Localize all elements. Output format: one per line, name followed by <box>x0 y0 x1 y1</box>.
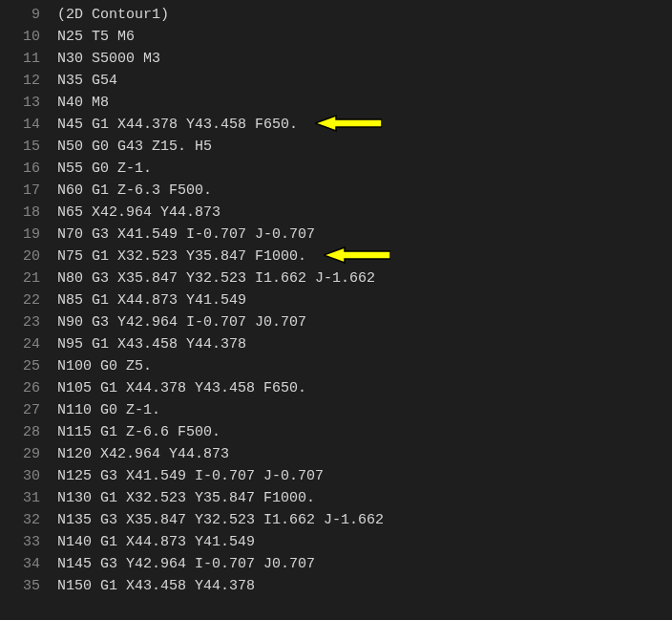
code-content: N115 G1 Z-6.6 F500. <box>57 424 220 440</box>
code-line[interactable]: 9(2D Contour1) <box>0 4 672 26</box>
code-line[interactable]: 10N25 T5 M6 <box>0 26 672 48</box>
line-number: 16 <box>0 158 57 180</box>
line-number: 17 <box>0 180 57 202</box>
line-number: 33 <box>0 531 57 553</box>
code-content: N50 G0 G43 Z15. H5 <box>57 139 212 155</box>
code-text[interactable]: (2D Contour1) <box>57 4 672 26</box>
line-number: 11 <box>0 48 57 70</box>
code-content: N45 G1 X44.378 Y43.458 F650. <box>57 117 298 133</box>
code-line[interactable]: 14N45 G1 X44.378 Y43.458 F650. <box>0 114 672 136</box>
code-text[interactable]: N55 G0 Z-1. <box>57 158 672 180</box>
line-number: 13 <box>0 92 57 114</box>
code-content: N40 M8 <box>57 95 109 111</box>
svg-marker-1 <box>324 247 390 263</box>
code-content: N35 G54 <box>57 73 117 89</box>
code-text[interactable]: N115 G1 Z-6.6 F500. <box>57 421 672 443</box>
code-content: N140 G1 X44.873 Y41.549 <box>57 534 255 550</box>
line-number: 30 <box>0 465 57 487</box>
code-line[interactable]: 24N95 G1 X43.458 Y44.378 <box>0 333 672 355</box>
code-text[interactable]: N60 G1 Z-6.3 F500. <box>57 180 672 202</box>
code-text[interactable]: N45 G1 X44.378 Y43.458 F650. <box>57 114 672 136</box>
code-line[interactable]: 13N40 M8 <box>0 92 672 114</box>
code-text[interactable]: N30 S5000 M3 <box>57 48 672 70</box>
code-content: N85 G1 X44.873 Y41.549 <box>57 292 246 309</box>
code-content: N110 G0 Z-1. <box>57 402 160 418</box>
line-number: 23 <box>0 311 57 333</box>
code-text[interactable]: N35 G54 <box>57 70 672 92</box>
code-line[interactable]: 31N130 G1 X32.523 Y35.847 F1000. <box>0 487 672 509</box>
code-line[interactable]: 12N35 G54 <box>0 70 672 92</box>
line-number: 15 <box>0 136 57 158</box>
code-line[interactable]: 17N60 G1 Z-6.3 F500. <box>0 180 672 202</box>
code-text[interactable]: N120 X42.964 Y44.873 <box>57 443 672 465</box>
code-text[interactable]: N145 G3 Y42.964 I-0.707 J0.707 <box>57 553 672 575</box>
annotation-arrow-icon <box>324 246 390 264</box>
code-line[interactable]: 29N120 X42.964 Y44.873 <box>0 443 672 465</box>
line-number: 35 <box>0 575 57 597</box>
code-content: (2D Contour1) <box>57 7 169 23</box>
code-text[interactable]: N70 G3 X41.549 I-0.707 J-0.707 <box>57 224 672 246</box>
line-number: 28 <box>0 421 57 443</box>
code-text[interactable]: N50 G0 G43 Z15. H5 <box>57 136 672 158</box>
line-number: 22 <box>0 289 57 311</box>
code-line[interactable]: 33N140 G1 X44.873 Y41.549 <box>0 531 672 553</box>
code-line[interactable]: 35N150 G1 X43.458 Y44.378 <box>0 575 672 597</box>
code-content: N75 G1 X32.523 Y35.847 F1000. <box>57 248 306 265</box>
code-text[interactable]: N125 G3 X41.549 I-0.707 J-0.707 <box>57 465 672 487</box>
line-number: 14 <box>0 114 57 136</box>
code-text[interactable]: N95 G1 X43.458 Y44.378 <box>57 333 672 355</box>
code-content: N70 G3 X41.549 I-0.707 J-0.707 <box>57 226 315 243</box>
line-number: 20 <box>0 246 57 267</box>
line-number: 12 <box>0 70 57 92</box>
code-line[interactable]: 21N80 G3 X35.847 Y32.523 I1.662 J-1.662 <box>0 267 672 289</box>
line-number: 10 <box>0 26 57 48</box>
code-text[interactable]: N135 G3 X35.847 Y32.523 I1.662 J-1.662 <box>57 509 672 531</box>
code-content: N125 G3 X41.549 I-0.707 J-0.707 <box>57 468 324 484</box>
code-line[interactable]: 20N75 G1 X32.523 Y35.847 F1000. <box>0 246 672 267</box>
code-content: N150 G1 X43.458 Y44.378 <box>57 578 255 594</box>
code-text[interactable]: N140 G1 X44.873 Y41.549 <box>57 531 672 553</box>
line-number: 26 <box>0 377 57 399</box>
code-content: N100 G0 Z5. <box>57 358 152 374</box>
code-content: N80 G3 X35.847 Y32.523 I1.662 J-1.662 <box>57 270 375 287</box>
svg-marker-0 <box>315 116 382 131</box>
code-line[interactable]: 27N110 G0 Z-1. <box>0 399 672 421</box>
code-content: N145 G3 Y42.964 I-0.707 J0.707 <box>57 556 315 572</box>
line-number: 27 <box>0 399 57 421</box>
line-number: 18 <box>0 202 57 224</box>
code-line[interactable]: 15N50 G0 G43 Z15. H5 <box>0 136 672 158</box>
code-line[interactable]: 34N145 G3 Y42.964 I-0.707 J0.707 <box>0 553 672 575</box>
line-number: 32 <box>0 509 57 531</box>
line-number: 21 <box>0 267 57 289</box>
code-text[interactable]: N110 G0 Z-1. <box>57 399 672 421</box>
code-line[interactable]: 22N85 G1 X44.873 Y41.549 <box>0 289 672 311</box>
code-line[interactable]: 23N90 G3 Y42.964 I-0.707 J0.707 <box>0 311 672 333</box>
line-number: 9 <box>0 4 57 26</box>
code-text[interactable]: N85 G1 X44.873 Y41.549 <box>57 289 672 311</box>
code-line[interactable]: 19N70 G3 X41.549 I-0.707 J-0.707 <box>0 224 672 246</box>
code-text[interactable]: N150 G1 X43.458 Y44.378 <box>57 575 672 597</box>
code-text[interactable]: N100 G0 Z5. <box>57 355 672 377</box>
code-content: N25 T5 M6 <box>57 29 135 45</box>
code-line[interactable]: 25N100 G0 Z5. <box>0 355 672 377</box>
code-editor[interactable]: 9(2D Contour1)10N25 T5 M611N30 S5000 M31… <box>0 0 672 597</box>
code-text[interactable]: N130 G1 X32.523 Y35.847 F1000. <box>57 487 672 509</box>
code-line[interactable]: 18N65 X42.964 Y44.873 <box>0 202 672 224</box>
code-line[interactable]: 26N105 G1 X44.378 Y43.458 F650. <box>0 377 672 399</box>
code-text[interactable]: N65 X42.964 Y44.873 <box>57 202 672 224</box>
code-text[interactable]: N75 G1 X32.523 Y35.847 F1000. <box>57 246 672 267</box>
code-content: N55 G0 Z-1. <box>57 160 152 177</box>
code-line[interactable]: 30N125 G3 X41.549 I-0.707 J-0.707 <box>0 465 672 487</box>
line-number: 29 <box>0 443 57 465</box>
code-line[interactable]: 16N55 G0 Z-1. <box>0 158 672 180</box>
code-content: N60 G1 Z-6.3 F500. <box>57 182 212 199</box>
code-text[interactable]: N90 G3 Y42.964 I-0.707 J0.707 <box>57 311 672 333</box>
code-text[interactable]: N25 T5 M6 <box>57 26 672 48</box>
code-text[interactable]: N105 G1 X44.378 Y43.458 F650. <box>57 377 672 399</box>
code-line[interactable]: 11N30 S5000 M3 <box>0 48 672 70</box>
code-text[interactable]: N80 G3 X35.847 Y32.523 I1.662 J-1.662 <box>57 267 672 289</box>
code-content: N30 S5000 M3 <box>57 51 160 67</box>
code-line[interactable]: 28N115 G1 Z-6.6 F500. <box>0 421 672 443</box>
code-line[interactable]: 32N135 G3 X35.847 Y32.523 I1.662 J-1.662 <box>0 509 672 531</box>
code-text[interactable]: N40 M8 <box>57 92 672 114</box>
